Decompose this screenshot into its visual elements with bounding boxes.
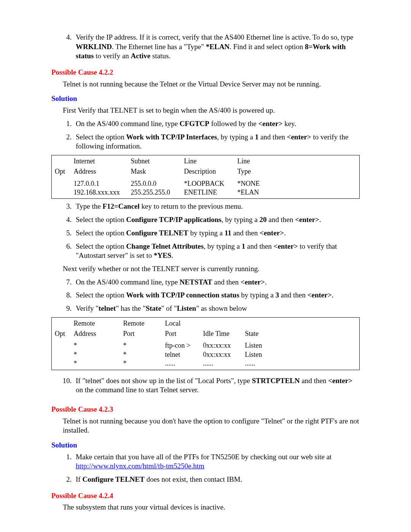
solution-1-heading: Solution bbox=[51, 94, 360, 104]
solution-1-list-c: On the AS/400 command line, type NETSTAT… bbox=[63, 278, 360, 313]
interfaces-table: InternetSubnetLineLine OptAddressMaskDes… bbox=[51, 155, 360, 199]
next-verify-para: Next verify whether or not the TELNET se… bbox=[63, 264, 360, 274]
solution-1-list-d: If "telnet" does not show up in the list… bbox=[63, 376, 360, 395]
connections-table: RemoteRemoteLocal OptAddressPortPortIdle… bbox=[51, 317, 360, 370]
step-4: Verify the IP address. If it is correct,… bbox=[73, 33, 360, 61]
solution-1-intro: First Verify that TELNET is set to begin… bbox=[63, 106, 360, 115]
solution-2-heading: Solution bbox=[51, 441, 360, 450]
sol1-step7: On the AS/400 command line, type NETSTAT… bbox=[73, 278, 360, 287]
steps-upper: Verify the IP address. If it is correct,… bbox=[63, 33, 360, 61]
solution-1-list-b: Type the F12=Cancel key to return to the… bbox=[63, 202, 360, 260]
sol2-step2: If Configure TELNET does not exist, then… bbox=[73, 475, 360, 484]
cause-424-body: The subsystem that runs your virtual dev… bbox=[63, 503, 360, 512]
sol1-step3: Type the F12=Cancel key to return to the… bbox=[73, 202, 360, 211]
sol1-step2: Select the option Work with TCP/IP Inter… bbox=[73, 133, 360, 151]
sol1-step4: Select the option Configure TCP/IP appli… bbox=[73, 215, 360, 225]
cause-422-heading: Possible Cause 4.2.2 bbox=[51, 68, 360, 77]
sol1-step8: Select the option Work with TCP/IP conne… bbox=[73, 291, 360, 300]
sol1-step5: Select the option Configure TELNET by ty… bbox=[73, 228, 360, 238]
cause-423-heading: Possible Cause 4.2.3 bbox=[51, 405, 360, 414]
sol2-step1: Make certain that you have all of the PT… bbox=[73, 452, 360, 471]
cause-424-heading: Possible Cause 4.2.4 bbox=[51, 491, 360, 501]
sol1-step1: On the AS/400 command line, type CFGTCP … bbox=[73, 119, 360, 129]
solution-2-list: Make certain that you have all of the PT… bbox=[63, 452, 360, 484]
sol1-step9: Verify "telnet" has the "State" of "List… bbox=[73, 304, 360, 313]
sol1-step10: If "telnet" does not show up in the list… bbox=[73, 376, 360, 395]
sol1-step6: Select the option Change Telnet Attribut… bbox=[73, 242, 360, 260]
nlynx-link[interactable]: http://www.nlynx.com/html/tb-tm5250e.htm bbox=[76, 462, 204, 470]
solution-1-list-a: On the AS/400 command line, type CFGTCP … bbox=[63, 119, 360, 151]
cause-423-body: Telnet is not running because you don't … bbox=[63, 417, 360, 435]
cause-422-body: Telnet is not running because the Telnet… bbox=[63, 80, 360, 89]
